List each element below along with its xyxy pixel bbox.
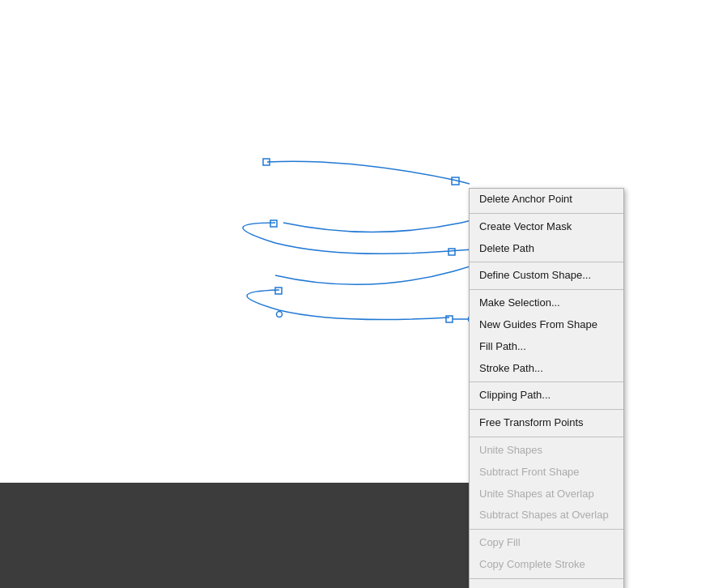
menu-separator	[470, 578, 623, 579]
menu-item-delete-anchor-point[interactable]: Delete Anchor Point	[470, 189, 623, 211]
menu-item-clipping-path[interactable]: Clipping Path...	[470, 385, 623, 407]
menu-item-subtract-shapes-at-overlap: Subtract Shapes at Overlap	[470, 505, 623, 526]
menu-item-free-transform-points[interactable]: Free Transform Points	[470, 412, 623, 434]
anchor-point-circle[interactable]	[277, 312, 283, 317]
menu-item-fill-path[interactable]: Fill Path...	[470, 336, 623, 358]
menu-item-copy-complete-stroke: Copy Complete Stroke	[470, 554, 623, 576]
anchor-point[interactable]	[446, 316, 453, 322]
anchor-point[interactable]	[449, 249, 455, 255]
menu-item-copy-fill: Copy Fill	[470, 532, 623, 554]
menu-separator	[470, 381, 623, 382]
anchor-point[interactable]	[270, 220, 277, 227]
menu-separator	[470, 262, 623, 262]
menu-item-delete-path[interactable]: Delete Path	[470, 238, 623, 260]
menu-separator	[470, 213, 623, 214]
anchor-point[interactable]	[275, 288, 282, 294]
menu-item-define-custom-shape[interactable]: Define Custom Shape...	[470, 265, 623, 287]
menu-item-new-guides-from-shape[interactable]: New Guides From Shape	[470, 314, 623, 336]
menu-item-unite-shapes-at-overlap: Unite Shapes at Overlap	[470, 484, 623, 505]
menu-separator	[470, 289, 623, 290]
menu-item-make-selection[interactable]: Make Selection...	[470, 292, 623, 314]
context-menu: Delete Anchor PointCreate Vector MaskDel…	[469, 188, 624, 588]
menu-separator	[470, 529, 623, 530]
dark-bar	[0, 483, 470, 588]
menu-separator	[470, 409, 623, 410]
menu-item-subtract-front-shape: Subtract Front Shape	[470, 462, 623, 484]
menu-item-unite-shapes: Unite Shapes	[470, 440, 623, 462]
menu-separator	[470, 437, 623, 437]
menu-item-paste-fill: Paste Fill	[470, 582, 623, 588]
path-svg	[0, 0, 470, 486]
menu-item-stroke-path[interactable]: Stroke Path...	[470, 358, 623, 380]
menu-item-create-vector-mask[interactable]: Create Vector Mask	[470, 216, 623, 238]
